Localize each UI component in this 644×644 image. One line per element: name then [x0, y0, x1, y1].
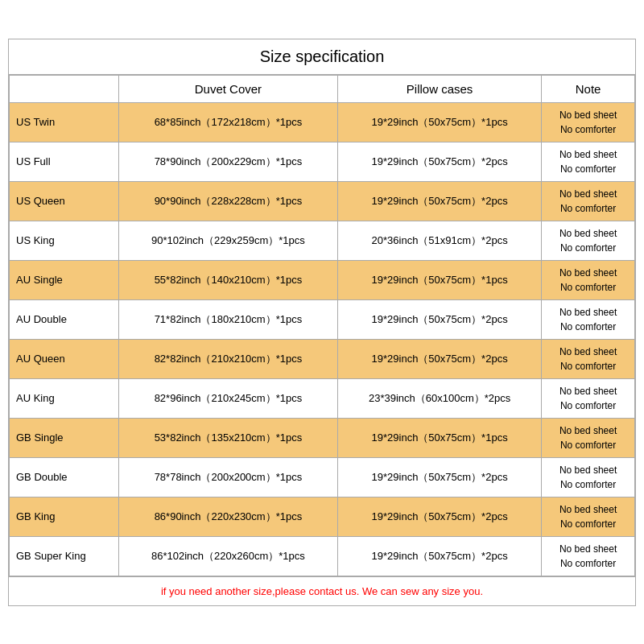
row-label: AU Queen [10, 339, 119, 378]
row-duvet: 90*90inch（228x228cm）*1pcs [118, 181, 337, 221]
row-duvet: 82*96inch（210x245cm）*1pcs [118, 378, 337, 418]
row-pillow: 19*29inch（50x75cm）*2pcs [338, 181, 542, 221]
row-note: No bed sheet No comforter [542, 418, 635, 457]
table-row: GB Super King86*102inch（220x260cm）*1pcs1… [10, 536, 635, 576]
table-row: US Queen90*90inch（228x228cm）*1pcs19*29in… [10, 181, 635, 221]
row-duvet: 82*82inch（210x210cm）*1pcs [118, 339, 337, 378]
row-note: No bed sheet No comforter [542, 299, 635, 339]
row-label: GB King [10, 497, 119, 536]
row-note: No bed sheet No comforter [542, 497, 635, 536]
row-duvet: 78*90inch（200x229cm）*1pcs [118, 142, 337, 181]
row-pillow: 19*29inch（50x75cm）*2pcs [338, 299, 542, 339]
row-duvet: 78*78inch（200x200cm）*1pcs [118, 457, 337, 497]
row-pillow: 19*29inch（50x75cm）*1pcs [338, 102, 542, 142]
row-label: AU Single [10, 260, 119, 299]
table-row: GB King86*90inch（220x230cm）*1pcs19*29inc… [10, 497, 635, 536]
col-header-label [10, 75, 119, 102]
row-note: No bed sheet No comforter [542, 260, 635, 299]
row-pillow: 19*29inch（50x75cm）*2pcs [338, 339, 542, 378]
row-label: US Queen [10, 181, 119, 221]
row-note: No bed sheet No comforter [542, 221, 635, 260]
row-label: US Full [10, 142, 119, 181]
table-row: AU Queen82*82inch（210x210cm）*1pcs19*29in… [10, 339, 635, 378]
table-row: US King90*102inch（229x259cm）*1pcs20*36in… [10, 221, 635, 260]
row-duvet: 90*102inch（229x259cm）*1pcs [118, 221, 337, 260]
table-row: US Full78*90inch（200x229cm）*1pcs19*29inc… [10, 142, 635, 181]
table-row: AU King82*96inch（210x245cm）*1pcs23*39inc… [10, 378, 635, 418]
row-note: No bed sheet No comforter [542, 378, 635, 418]
row-note: No bed sheet No comforter [542, 142, 635, 181]
row-duvet: 86*102inch（220x260cm）*1pcs [118, 536, 337, 576]
row-pillow: 19*29inch（50x75cm）*2pcs [338, 142, 542, 181]
table-row: GB Double78*78inch（200x200cm）*1pcs19*29i… [10, 457, 635, 497]
row-pillow: 19*29inch（50x75cm）*2pcs [338, 497, 542, 536]
table-header-row: Duvet Cover Pillow cases Note [10, 75, 635, 102]
col-header-pillow: Pillow cases [338, 75, 542, 102]
size-specification-table: Size specification Duvet Cover Pillow ca… [8, 39, 636, 606]
row-note: No bed sheet No comforter [542, 536, 635, 576]
table-title: Size specification [9, 39, 635, 75]
row-note: No bed sheet No comforter [542, 102, 635, 142]
row-label: AU King [10, 378, 119, 418]
row-label: GB Super King [10, 536, 119, 576]
col-header-duvet: Duvet Cover [118, 75, 337, 102]
row-pillow: 19*29inch（50x75cm）*1pcs [338, 418, 542, 457]
row-pillow: 19*29inch（50x75cm）*1pcs [338, 260, 542, 299]
col-header-note: Note [542, 75, 635, 102]
footer-note: if you need another size,please contact … [9, 576, 635, 605]
table-row: US Twin68*85inch（172x218cm）*1pcs19*29inc… [10, 102, 635, 142]
row-duvet: 71*82inch（180x210cm）*1pcs [118, 299, 337, 339]
row-label: US Twin [10, 102, 119, 142]
row-note: No bed sheet No comforter [542, 457, 635, 497]
row-duvet: 53*82inch（135x210cm）*1pcs [118, 418, 337, 457]
row-pillow: 23*39inch（60x100cm）*2pcs [338, 378, 542, 418]
row-label: GB Double [10, 457, 119, 497]
row-duvet: 55*82inch（140x210cm）*1pcs [118, 260, 337, 299]
row-pillow: 19*29inch（50x75cm）*2pcs [338, 536, 542, 576]
row-label: GB Single [10, 418, 119, 457]
row-duvet: 68*85inch（172x218cm）*1pcs [118, 102, 337, 142]
row-note: No bed sheet No comforter [542, 181, 635, 221]
row-note: No bed sheet No comforter [542, 339, 635, 378]
table-row: AU Single55*82inch（140x210cm）*1pcs19*29i… [10, 260, 635, 299]
row-duvet: 86*90inch（220x230cm）*1pcs [118, 497, 337, 536]
table-row: AU Double71*82inch（180x210cm）*1pcs19*29i… [10, 299, 635, 339]
row-pillow: 20*36inch（51x91cm）*2pcs [338, 221, 542, 260]
row-label: AU Double [10, 299, 119, 339]
row-pillow: 19*29inch（50x75cm）*2pcs [338, 457, 542, 497]
table-row: GB Single53*82inch（135x210cm）*1pcs19*29i… [10, 418, 635, 457]
row-label: US King [10, 221, 119, 260]
